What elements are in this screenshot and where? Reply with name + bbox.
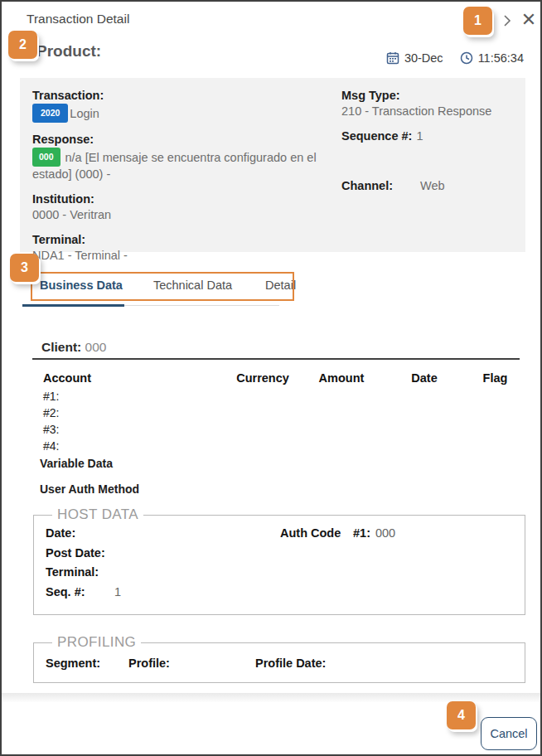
annotation-tabs-outline	[31, 272, 294, 301]
terminal-field: Terminal: NDA1 - Terminal -	[32, 232, 341, 264]
msg-type-field: Msg Type: 210 - Transaction Response	[341, 88, 513, 119]
table-row-label: #3:	[43, 423, 221, 439]
profile-date-label: Profile Date:	[255, 657, 326, 670]
col-header-amount: Amount	[304, 371, 379, 390]
msg-type-label: Msg Type:	[341, 88, 513, 104]
host-terminal-label: Terminal:	[46, 565, 99, 579]
annotation-badge-3: 3	[10, 254, 39, 282]
auth-code-label: Auth Code	[280, 526, 353, 540]
channel-label: Channel:	[341, 178, 393, 194]
sequence-value: 1	[416, 128, 423, 144]
institution-label: Institution:	[32, 191, 341, 207]
auth-num-label: #1:	[353, 526, 370, 540]
profile-label: Profile:	[128, 657, 255, 670]
col-header-date: Date	[379, 371, 470, 390]
client-value: 000	[85, 340, 107, 354]
channel-field: Channel: Web	[341, 178, 513, 194]
institution-field: Institution: 0000 - Veritran	[32, 191, 341, 223]
segment-label: Segment:	[46, 657, 128, 670]
table-row-label: #1:	[43, 390, 221, 406]
seq-label: Seq. #:	[46, 585, 114, 599]
cancel-button[interactable]: Cancel	[481, 717, 537, 750]
response-field: Response: 000n/a [El mensaje se encuentr…	[32, 132, 341, 182]
product-heading: Product:	[36, 42, 101, 61]
transaction-detail-panel: Transaction Detail ✕ 1 Product: 30-Dec 1…	[0, 0, 542, 756]
datetime-row: 30-Dec 11:56:34	[386, 51, 524, 65]
institution-value: 0000 - Veritran	[32, 207, 341, 223]
host-date-row: Date: Auth Code #1: 000	[46, 526, 513, 540]
summary-right-column: Msg Type: 210 - Transaction Response Seq…	[341, 88, 513, 273]
client-row: Client: 000	[41, 340, 106, 355]
seq-value: 1	[114, 585, 121, 599]
table-row-label: #4:	[43, 439, 221, 456]
client-label: Client:	[41, 340, 81, 354]
collapse-chevron-icon[interactable]	[501, 12, 514, 29]
accounts-table: Account Currency Amount Date Flag #1: #2…	[43, 371, 520, 456]
table-row-label: #2:	[43, 406, 221, 423]
host-seq-row: Seq. #: 1	[46, 585, 513, 599]
transaction-date: 30-Dec	[404, 51, 443, 65]
auth-code-value: 000	[375, 526, 395, 540]
post-date-label: Post Date:	[46, 546, 105, 560]
sequence-field: Sequence #: 1	[341, 128, 513, 144]
terminal-value: NDA1 - Terminal -	[32, 248, 341, 264]
col-header-flag: Flag	[470, 371, 520, 390]
host-date-label: Date:	[46, 526, 280, 540]
sequence-label: Sequence #:	[341, 128, 412, 144]
host-data-legend: HOST DATA	[52, 506, 143, 523]
variable-data-label: Variable Data	[40, 457, 113, 470]
active-tab-indicator	[22, 304, 124, 307]
annotation-badge-2: 2	[8, 31, 37, 59]
col-header-currency: Currency	[221, 371, 304, 390]
profiling-row: Segment: Profile: Profile Date:	[46, 657, 513, 670]
transaction-time: 11:56:34	[478, 51, 524, 65]
transaction-label: Transaction:	[32, 88, 341, 104]
response-label: Response:	[32, 132, 341, 148]
user-auth-method-label: User Auth Method	[40, 482, 139, 496]
close-icon[interactable]: ✕	[519, 9, 539, 31]
profiling-legend: PROFILING	[52, 634, 141, 651]
channel-value: Web	[420, 178, 445, 194]
calendar-icon	[386, 51, 399, 65]
annotation-badge-1: 1	[463, 7, 492, 35]
response-text: n/a [El mensaje se encuentra configurado…	[32, 151, 317, 181]
host-data-section: HOST DATA Date: Auth Code #1: 000 Post D…	[33, 506, 525, 615]
chevron-right-icon	[503, 14, 511, 27]
msg-type-value: 210 - Transaction Response	[341, 104, 513, 119]
page-title: Transaction Detail	[27, 12, 129, 27]
transaction-field: Transaction: 2020Login	[32, 88, 341, 123]
transaction-summary-box: Transaction: 2020Login Response: 000n/a …	[20, 78, 525, 252]
col-header-account: Account	[43, 371, 221, 390]
host-post-date-row: Post Date:	[46, 546, 513, 560]
profiling-section: PROFILING Segment: Profile: Profile Date…	[33, 634, 525, 683]
annotation-badge-4: 4	[447, 701, 476, 729]
terminal-label: Terminal:	[32, 232, 341, 248]
response-code-badge: 000	[32, 148, 60, 167]
clock-icon	[460, 51, 473, 65]
transaction-code-badge: 2020	[32, 104, 68, 123]
transaction-name: Login	[70, 107, 99, 120]
client-divider	[32, 358, 520, 360]
host-terminal-row: Terminal:	[46, 565, 513, 579]
summary-left-column: Transaction: 2020Login Response: 000n/a …	[32, 88, 341, 273]
